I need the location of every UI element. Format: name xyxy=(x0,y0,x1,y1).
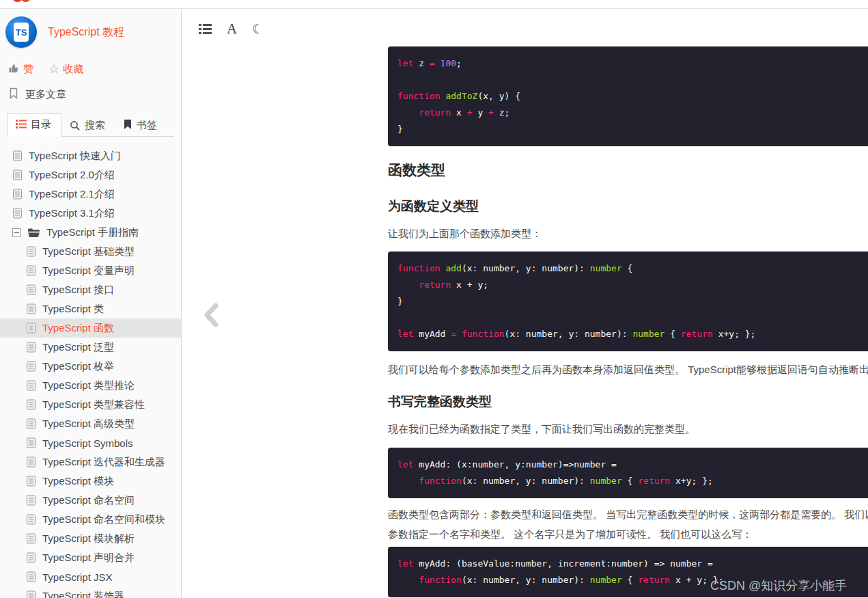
sidebar-item[interactable]: TypeScript 迭代器和生成器 xyxy=(0,452,181,472)
sidebar-item[interactable]: TypeScript 接口 xyxy=(0,280,181,299)
document-icon xyxy=(26,552,36,563)
sidebar-header: TS TypeScript 教程 xyxy=(0,10,181,49)
document-icon xyxy=(26,399,36,410)
document-icon xyxy=(26,380,36,391)
document-icon xyxy=(26,361,36,372)
like-button[interactable]: 赞 xyxy=(8,63,33,76)
sidebar-item[interactable]: TypeScript 装饰器 xyxy=(0,586,181,598)
sidebar-item[interactable]: TypeScript 3.1介绍 xyxy=(0,204,181,223)
document-icon xyxy=(26,457,36,467)
main-area: A ☾ let z = 100; function addToZ(x, y) {… xyxy=(182,10,868,598)
star-icon: ☆ xyxy=(48,63,59,75)
list-view-icon[interactable] xyxy=(199,24,212,34)
tab-toc[interactable]: 目录 xyxy=(7,113,61,137)
document-icon xyxy=(26,246,36,257)
favorite-button[interactable]: ☆ 收藏 xyxy=(48,63,83,76)
sidebar-item-label: TypeScript 快速入门 xyxy=(29,150,121,163)
sidebar-item[interactable]: TypeScript 命名空间和模块 xyxy=(0,510,181,529)
document-icon xyxy=(26,418,36,429)
document-icon xyxy=(26,514,36,525)
sidebar-item-label: TypeScript 模块解析 xyxy=(42,532,135,545)
collapse-sidebar-button[interactable] xyxy=(203,303,219,330)
section-heading: 书写完整函数类型 xyxy=(388,393,492,411)
section-heading: 为函数定义类型 xyxy=(388,198,479,215)
paragraph: 现在我们已经为函数指定了类型，下面让我们写出函数的完整类型。 xyxy=(388,419,695,439)
document-icon xyxy=(26,437,36,448)
watermark: CSDN @知识分享小能手 xyxy=(710,577,847,594)
code-block: function add(x: number, y: number): numb… xyxy=(388,252,868,351)
tab-search[interactable]: 搜索 xyxy=(61,115,115,137)
sidebar-item[interactable]: TypeScript 模块 xyxy=(0,472,181,491)
search-icon xyxy=(70,120,81,131)
bookmark-icon xyxy=(123,119,132,132)
sidebar-item[interactable]: TypeScript 2.1介绍 xyxy=(0,185,181,204)
sidebar-item-label: TypeScript 装饰器 xyxy=(42,590,124,598)
sidebar-item[interactable]: TypeScript 类型推论 xyxy=(0,376,181,395)
sidebar-item-label: TypeScript 声明合并 xyxy=(42,552,135,565)
code-block: let z = 100; function addToZ(x, y) { ret… xyxy=(388,46,868,146)
like-label: 赞 xyxy=(23,63,33,76)
sidebar-item-label: TypeScript 变量声明 xyxy=(42,264,135,277)
sidebar-item[interactable]: TypeScript 手册指南 xyxy=(0,223,181,242)
sidebar-item[interactable]: TypeScript 2.0介绍 xyxy=(0,165,181,185)
document-icon xyxy=(12,208,23,219)
sidebar-item[interactable]: TypeScript 函数 xyxy=(0,318,181,338)
font-size-icon[interactable]: A xyxy=(227,21,237,38)
article-content: let z = 100; function addToZ(x, y) { ret… xyxy=(388,10,868,598)
sidebar-item-label: TypeScript 函数 xyxy=(42,322,114,335)
sidebar-item[interactable]: TypeScript 声明合并 xyxy=(0,548,181,567)
sidebar-item[interactable]: TypeScript JSX xyxy=(0,567,181,586)
more-articles-button[interactable]: 更多文章 xyxy=(0,77,181,101)
document-icon xyxy=(26,533,36,544)
sidebar-item-label: TypeScript 2.0介绍 xyxy=(29,169,115,182)
sidebar-item-label: TypeScript 命名空间 xyxy=(42,494,135,507)
site-title[interactable]: TypeScript 教程 xyxy=(48,25,124,40)
sidebar-item[interactable]: TypeScript 命名空间 xyxy=(0,491,181,510)
sidebar-item[interactable]: TypeScript 高级类型 xyxy=(0,414,181,433)
ribbon-bookmark-icon xyxy=(8,87,19,102)
sidebar-item-label: TypeScript 泛型 xyxy=(42,341,114,354)
sidebar-item-label: TypeScript JSX xyxy=(42,571,113,583)
sidebar-item-label: TypeScript 2.1介绍 xyxy=(29,188,115,201)
document-icon xyxy=(26,323,36,334)
dark-mode-icon[interactable]: ☾ xyxy=(252,21,264,37)
sidebar-item-label: TypeScript 高级类型 xyxy=(42,418,135,431)
folder-icon xyxy=(27,228,40,238)
sidebar-item[interactable]: TypeScript 泛型 xyxy=(0,338,181,357)
paragraph: 让我们为上面那个函数添加类型： xyxy=(388,223,542,243)
more-articles-label: 更多文章 xyxy=(25,88,66,101)
document-icon xyxy=(12,189,23,200)
thumbs-up-icon xyxy=(8,63,20,76)
document-icon xyxy=(12,150,23,161)
sidebar-item-label: TypeScript 接口 xyxy=(42,284,114,297)
document-icon xyxy=(26,571,36,582)
sidebar-item-label: TypeScript 类型兼容性 xyxy=(42,398,145,411)
sidebar-item[interactable]: TypeScript 枚举 xyxy=(0,357,181,376)
sidebar-item[interactable]: TypeScript 模块解析 xyxy=(0,529,181,548)
sidebar: TS TypeScript 教程 赞 ☆ 收藏 更多文章 目录 xyxy=(0,10,182,598)
sidebar-item[interactable]: TypeScript 类 xyxy=(0,299,181,318)
collapse-minus-icon[interactable] xyxy=(12,228,21,237)
document-icon xyxy=(26,342,36,353)
document-icon xyxy=(26,476,36,487)
sidebar-item[interactable]: TypeScript 基础类型 xyxy=(0,242,181,261)
section-heading: 函数类型 xyxy=(388,161,445,180)
document-icon xyxy=(26,265,36,276)
sidebar-item[interactable]: TypeScript 变量声明 xyxy=(0,261,181,280)
sidebar-item-label: TypeScript 类型推论 xyxy=(42,379,135,392)
typescript-logo-icon[interactable]: TS xyxy=(5,16,37,48)
list-icon xyxy=(16,119,27,131)
sidebar-item[interactable]: TypeScript Symbols xyxy=(0,433,181,452)
paragraph: 我们可以给每个参数添加类型之后再为函数本身添加返回值类型。 TypeScript… xyxy=(388,359,868,379)
sidebar-tabs: 目录 搜索 书签 xyxy=(7,115,174,137)
toc-tree: TypeScript 快速入门TypeScript 2.0介绍TypeScrip… xyxy=(0,146,181,598)
tab-bookmark[interactable]: 书签 xyxy=(115,115,167,137)
sidebar-item[interactable]: TypeScript 类型兼容性 xyxy=(0,395,181,414)
csdn-logo-partial xyxy=(12,0,33,4)
sidebar-item-label: TypeScript 手册指南 xyxy=(46,226,139,239)
sidebar-item[interactable]: TypeScript 快速入门 xyxy=(0,146,181,165)
favorite-label: 收藏 xyxy=(63,63,83,76)
sidebar-item-label: TypeScript 基础类型 xyxy=(42,245,135,258)
sidebar-item-label: TypeScript 模块 xyxy=(42,475,114,488)
sidebar-item-label: TypeScript 迭代器和生成器 xyxy=(42,456,165,469)
